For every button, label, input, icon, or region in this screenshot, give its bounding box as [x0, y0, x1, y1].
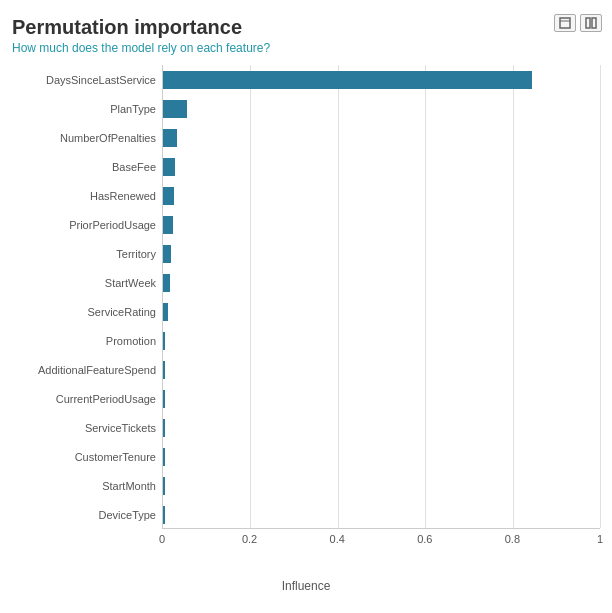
x-tick-label: 0.2	[242, 533, 257, 545]
x-tick-label: 0.8	[505, 533, 520, 545]
x-axis-title: Influence	[12, 579, 600, 593]
x-axis: 00.20.40.60.81	[162, 529, 600, 557]
bar-row	[163, 210, 600, 239]
y-label: AdditionalFeatureSpend	[12, 355, 162, 384]
bars-container	[163, 65, 600, 528]
single-view-icon	[559, 17, 571, 29]
bar	[163, 274, 170, 292]
y-label: Promotion	[12, 326, 162, 355]
y-label: StartMonth	[12, 471, 162, 500]
y-label: StartWeek	[12, 268, 162, 297]
svg-rect-0	[560, 18, 570, 28]
bar	[163, 303, 168, 321]
y-label: HasRenewed	[12, 181, 162, 210]
bar	[163, 216, 173, 234]
x-tick-label: 0	[159, 533, 165, 545]
bar	[163, 245, 171, 263]
y-label: NumberOfPenalties	[12, 123, 162, 152]
page-title: Permutation importance	[12, 16, 600, 39]
y-label: DaysSinceLastService	[12, 65, 162, 94]
bar-row	[163, 500, 600, 529]
bar-row	[163, 181, 600, 210]
x-tick-label: 0.4	[330, 533, 345, 545]
bar-row	[163, 355, 600, 384]
single-view-button[interactable]	[554, 14, 576, 32]
y-label: CurrentPeriodUsage	[12, 384, 162, 413]
toolbar	[554, 14, 602, 32]
bar	[163, 419, 165, 437]
bar-row	[163, 268, 600, 297]
y-label: ServiceTickets	[12, 413, 162, 442]
bar-row	[163, 471, 600, 500]
bar-row	[163, 65, 600, 94]
bar-row	[163, 326, 600, 355]
bar	[163, 71, 532, 89]
bar	[163, 506, 165, 524]
bar	[163, 477, 165, 495]
bar-row	[163, 152, 600, 181]
svg-rect-2	[586, 18, 590, 28]
y-label: PriorPeriodUsage	[12, 210, 162, 239]
bar-row	[163, 239, 600, 268]
grid-line	[600, 65, 601, 528]
bar	[163, 390, 165, 408]
chart-area: DaysSinceLastServicePlanTypeNumberOfPena…	[12, 65, 600, 593]
y-label: CustomerTenure	[12, 442, 162, 471]
y-label: Territory	[12, 239, 162, 268]
bar-row	[163, 413, 600, 442]
y-label: DeviceType	[12, 500, 162, 529]
bar-row	[163, 384, 600, 413]
bar-row	[163, 123, 600, 152]
bar	[163, 100, 187, 118]
bar	[163, 448, 165, 466]
subtitle: How much does the model rely on each fea…	[12, 41, 600, 55]
bar	[163, 332, 165, 350]
bar-row	[163, 94, 600, 123]
bar	[163, 187, 174, 205]
bar-row	[163, 442, 600, 471]
plot-area	[162, 65, 600, 529]
y-label: PlanType	[12, 94, 162, 123]
bar	[163, 129, 177, 147]
split-view-button[interactable]	[580, 14, 602, 32]
y-label: ServiceRating	[12, 297, 162, 326]
svg-rect-3	[592, 18, 596, 28]
bar	[163, 158, 175, 176]
y-label: BaseFee	[12, 152, 162, 181]
x-tick-label: 1	[597, 533, 603, 545]
main-container: Permutation importance How much does the…	[0, 0, 612, 613]
x-tick-label: 0.6	[417, 533, 432, 545]
bar	[163, 361, 165, 379]
y-axis-labels: DaysSinceLastServicePlanTypeNumberOfPena…	[12, 65, 162, 529]
bar-row	[163, 297, 600, 326]
split-view-icon	[585, 17, 597, 29]
chart-wrapper: DaysSinceLastServicePlanTypeNumberOfPena…	[12, 65, 600, 529]
